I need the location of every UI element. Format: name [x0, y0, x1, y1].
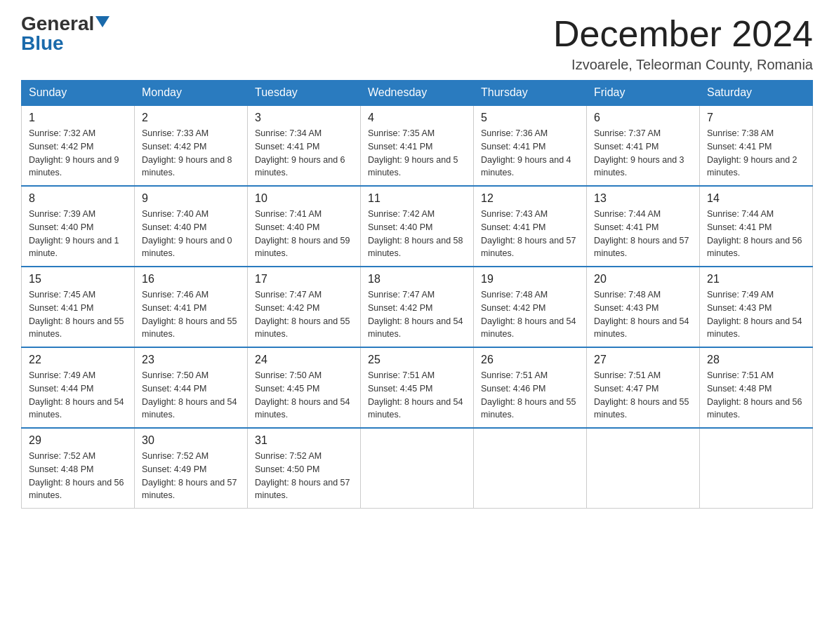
- calendar-cell: 15 Sunrise: 7:45 AM Sunset: 4:41 PM Dayl…: [22, 267, 135, 347]
- calendar-cell: 11 Sunrise: 7:42 AM Sunset: 4:40 PM Dayl…: [361, 186, 474, 267]
- day-number: 18: [368, 273, 466, 286]
- day-number: 20: [594, 273, 692, 286]
- calendar-week-row: 15 Sunrise: 7:45 AM Sunset: 4:41 PM Dayl…: [22, 267, 813, 347]
- calendar-cell: [474, 428, 587, 509]
- day-info: Sunrise: 7:40 AM Sunset: 4:40 PM Dayligh…: [142, 208, 240, 260]
- day-number: 21: [707, 273, 805, 286]
- day-info: Sunrise: 7:50 AM Sunset: 4:44 PM Dayligh…: [142, 369, 240, 422]
- day-info: Sunrise: 7:45 AM Sunset: 4:41 PM Dayligh…: [29, 288, 127, 341]
- calendar-cell: 24 Sunrise: 7:50 AM Sunset: 4:45 PM Dayl…: [248, 347, 361, 428]
- day-number: 3: [255, 112, 353, 124]
- day-info: Sunrise: 7:34 AM Sunset: 4:41 PM Dayligh…: [255, 127, 353, 180]
- calendar-cell: 16 Sunrise: 7:46 AM Sunset: 4:41 PM Dayl…: [135, 267, 248, 347]
- calendar-week-row: 29 Sunrise: 7:52 AM Sunset: 4:48 PM Dayl…: [22, 428, 813, 509]
- day-info: Sunrise: 7:51 AM Sunset: 4:48 PM Dayligh…: [707, 369, 805, 422]
- day-info: Sunrise: 7:50 AM Sunset: 4:45 PM Dayligh…: [255, 369, 353, 422]
- day-info: Sunrise: 7:39 AM Sunset: 4:40 PM Dayligh…: [29, 208, 127, 260]
- day-info: Sunrise: 7:46 AM Sunset: 4:41 PM Dayligh…: [142, 288, 240, 341]
- calendar-cell: 5 Sunrise: 7:36 AM Sunset: 4:41 PM Dayli…: [474, 105, 587, 186]
- calendar-cell: 4 Sunrise: 7:35 AM Sunset: 4:41 PM Dayli…: [361, 105, 474, 186]
- day-info: Sunrise: 7:51 AM Sunset: 4:46 PM Dayligh…: [481, 369, 579, 422]
- logo-triangle-icon: [95, 16, 110, 27]
- calendar-cell: 9 Sunrise: 7:40 AM Sunset: 4:40 PM Dayli…: [135, 186, 248, 267]
- day-number: 17: [255, 273, 353, 286]
- header-tuesday: Tuesday: [248, 81, 361, 106]
- calendar-cell: 31 Sunrise: 7:52 AM Sunset: 4:50 PM Dayl…: [248, 428, 361, 509]
- calendar-cell: 6 Sunrise: 7:37 AM Sunset: 4:41 PM Dayli…: [587, 105, 700, 186]
- day-info: Sunrise: 7:47 AM Sunset: 4:42 PM Dayligh…: [255, 288, 353, 341]
- title-section: December 2024 Izvoarele, Teleorman Count…: [553, 14, 813, 73]
- header-sunday: Sunday: [22, 81, 135, 106]
- logo: General Blue: [21, 14, 110, 53]
- day-info: Sunrise: 7:48 AM Sunset: 4:42 PM Dayligh…: [481, 288, 579, 341]
- calendar-cell: 3 Sunrise: 7:34 AM Sunset: 4:41 PM Dayli…: [248, 105, 361, 186]
- day-number: 6: [594, 112, 692, 124]
- day-number: 12: [481, 192, 579, 205]
- day-info: Sunrise: 7:42 AM Sunset: 4:40 PM Dayligh…: [368, 208, 466, 260]
- day-number: 16: [142, 273, 240, 286]
- day-info: Sunrise: 7:35 AM Sunset: 4:41 PM Dayligh…: [368, 127, 466, 180]
- calendar-cell: 10 Sunrise: 7:41 AM Sunset: 4:40 PM Dayl…: [248, 186, 361, 267]
- day-info: Sunrise: 7:47 AM Sunset: 4:42 PM Dayligh…: [368, 288, 466, 341]
- day-info: Sunrise: 7:44 AM Sunset: 4:41 PM Dayligh…: [707, 208, 805, 260]
- calendar-cell: 8 Sunrise: 7:39 AM Sunset: 4:40 PM Dayli…: [22, 186, 135, 267]
- calendar-cell: 2 Sunrise: 7:33 AM Sunset: 4:42 PM Dayli…: [135, 105, 248, 186]
- page-header: General Blue December 2024 Izvoarele, Te…: [21, 14, 813, 73]
- day-info: Sunrise: 7:52 AM Sunset: 4:49 PM Dayligh…: [142, 450, 240, 502]
- day-number: 25: [368, 354, 466, 366]
- logo-blue-text: Blue: [21, 34, 64, 53]
- day-number: 27: [594, 354, 692, 366]
- day-info: Sunrise: 7:38 AM Sunset: 4:41 PM Dayligh…: [707, 127, 805, 180]
- calendar-cell: 12 Sunrise: 7:43 AM Sunset: 4:41 PM Dayl…: [474, 186, 587, 267]
- location-text: Izvoarele, Teleorman County, Romania: [553, 57, 813, 73]
- day-number: 24: [255, 354, 353, 366]
- day-info: Sunrise: 7:51 AM Sunset: 4:47 PM Dayligh…: [594, 369, 692, 422]
- calendar-cell: 22 Sunrise: 7:49 AM Sunset: 4:44 PM Dayl…: [22, 347, 135, 428]
- day-number: 5: [481, 112, 579, 124]
- logo-general-text: General: [21, 14, 94, 34]
- day-info: Sunrise: 7:37 AM Sunset: 4:41 PM Dayligh…: [594, 127, 692, 180]
- header-wednesday: Wednesday: [361, 81, 474, 106]
- day-number: 13: [594, 192, 692, 205]
- day-info: Sunrise: 7:52 AM Sunset: 4:48 PM Dayligh…: [29, 450, 127, 502]
- day-info: Sunrise: 7:51 AM Sunset: 4:45 PM Dayligh…: [368, 369, 466, 422]
- calendar-week-row: 1 Sunrise: 7:32 AM Sunset: 4:42 PM Dayli…: [22, 105, 813, 186]
- calendar-cell: 23 Sunrise: 7:50 AM Sunset: 4:44 PM Dayl…: [135, 347, 248, 428]
- day-info: Sunrise: 7:52 AM Sunset: 4:50 PM Dayligh…: [255, 450, 353, 502]
- day-number: 8: [29, 192, 127, 205]
- calendar-cell: 27 Sunrise: 7:51 AM Sunset: 4:47 PM Dayl…: [587, 347, 700, 428]
- header-saturday: Saturday: [700, 81, 813, 106]
- calendar-cell: 7 Sunrise: 7:38 AM Sunset: 4:41 PM Dayli…: [700, 105, 813, 186]
- day-number: 14: [707, 192, 805, 205]
- header-thursday: Thursday: [474, 81, 587, 106]
- header-monday: Monday: [135, 81, 248, 106]
- calendar-cell: 28 Sunrise: 7:51 AM Sunset: 4:48 PM Dayl…: [700, 347, 813, 428]
- day-number: 11: [368, 192, 466, 205]
- day-number: 1: [29, 112, 127, 124]
- day-info: Sunrise: 7:33 AM Sunset: 4:42 PM Dayligh…: [142, 127, 240, 180]
- day-info: Sunrise: 7:44 AM Sunset: 4:41 PM Dayligh…: [594, 208, 692, 260]
- calendar-cell: 18 Sunrise: 7:47 AM Sunset: 4:42 PM Dayl…: [361, 267, 474, 347]
- day-number: 26: [481, 354, 579, 366]
- day-number: 30: [142, 434, 240, 447]
- calendar-cell: 30 Sunrise: 7:52 AM Sunset: 4:49 PM Dayl…: [135, 428, 248, 509]
- calendar-cell: 13 Sunrise: 7:44 AM Sunset: 4:41 PM Dayl…: [587, 186, 700, 267]
- day-number: 15: [29, 273, 127, 286]
- day-info: Sunrise: 7:41 AM Sunset: 4:40 PM Dayligh…: [255, 208, 353, 260]
- day-number: 7: [707, 112, 805, 124]
- header-friday: Friday: [587, 81, 700, 106]
- day-number: 22: [29, 354, 127, 366]
- day-number: 2: [142, 112, 240, 124]
- calendar-cell: 25 Sunrise: 7:51 AM Sunset: 4:45 PM Dayl…: [361, 347, 474, 428]
- day-number: 19: [481, 273, 579, 286]
- day-number: 31: [255, 434, 353, 447]
- day-info: Sunrise: 7:32 AM Sunset: 4:42 PM Dayligh…: [29, 127, 127, 180]
- day-number: 28: [707, 354, 805, 366]
- day-number: 9: [142, 192, 240, 205]
- calendar-cell: [361, 428, 474, 509]
- calendar-cell: 17 Sunrise: 7:47 AM Sunset: 4:42 PM Dayl…: [248, 267, 361, 347]
- day-number: 10: [255, 192, 353, 205]
- day-number: 29: [29, 434, 127, 447]
- calendar-cell: 14 Sunrise: 7:44 AM Sunset: 4:41 PM Dayl…: [700, 186, 813, 267]
- day-info: Sunrise: 7:43 AM Sunset: 4:41 PM Dayligh…: [481, 208, 579, 260]
